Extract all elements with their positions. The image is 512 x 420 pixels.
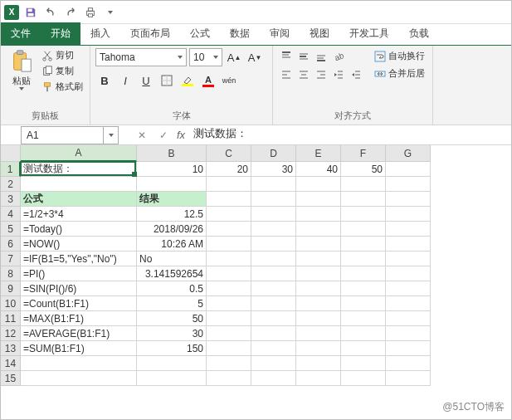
- cell-F6[interactable]: [341, 237, 386, 252]
- cell-C4[interactable]: [207, 207, 251, 222]
- cell-B3[interactable]: 结果: [137, 192, 207, 207]
- cell-G7[interactable]: [386, 252, 431, 266]
- cell-A6[interactable]: =NOW(): [21, 237, 137, 252]
- cell-F8[interactable]: [341, 266, 386, 281]
- cell-D11[interactable]: [251, 311, 296, 326]
- cell-E13[interactable]: [296, 341, 341, 356]
- cell-F14[interactable]: [341, 356, 386, 371]
- name-box[interactable]: A1: [21, 126, 104, 144]
- print-icon[interactable]: [82, 4, 99, 21]
- column-header-E[interactable]: E: [296, 145, 341, 162]
- column-header-D[interactable]: D: [251, 145, 296, 162]
- cell-B13[interactable]: 150: [137, 341, 207, 356]
- name-box-dropdown[interactable]: [104, 126, 119, 144]
- cell-D1[interactable]: 30: [251, 162, 296, 177]
- cell-A11[interactable]: =MAX(B1:F1): [21, 311, 137, 326]
- decrease-indent-button[interactable]: [330, 66, 347, 83]
- cell-E6[interactable]: [296, 237, 341, 252]
- row-header-11[interactable]: 11: [1, 311, 21, 326]
- cell-A9[interactable]: =SIN(PI()/6): [21, 281, 137, 296]
- cell-E1[interactable]: 40: [296, 162, 341, 177]
- cell-A12[interactable]: =AVERAGE(B1:F1): [21, 326, 137, 341]
- qat-more-icon[interactable]: [102, 4, 119, 21]
- cell-A10[interactable]: =Count(B1:F1): [21, 296, 137, 311]
- phonetic-button[interactable]: wén: [220, 71, 238, 90]
- paste-button[interactable]: 粘贴: [6, 48, 37, 90]
- tab-file[interactable]: 文件: [1, 22, 41, 45]
- cell-E4[interactable]: [296, 207, 341, 222]
- row-header-6[interactable]: 6: [1, 237, 21, 252]
- cell-F2[interactable]: [341, 177, 386, 192]
- cell-C7[interactable]: [207, 252, 251, 266]
- cell-C13[interactable]: [207, 341, 251, 356]
- cell-D5[interactable]: [251, 222, 296, 237]
- cell-A4[interactable]: =1/2+3*4: [21, 207, 137, 222]
- cell-G5[interactable]: [386, 222, 431, 237]
- cell-E2[interactable]: [296, 177, 341, 192]
- cell-G12[interactable]: [386, 326, 431, 341]
- cell-B10[interactable]: 5: [137, 296, 207, 311]
- cell-B6[interactable]: 10:26 AM: [137, 237, 207, 252]
- cell-A3[interactable]: 公式: [21, 192, 137, 207]
- cell-B14[interactable]: [137, 356, 207, 371]
- cell-C12[interactable]: [207, 326, 251, 341]
- row-header-2[interactable]: 2: [1, 177, 21, 192]
- row-header-1[interactable]: 1: [1, 162, 21, 177]
- row-header-4[interactable]: 4: [1, 207, 21, 222]
- cell-E9[interactable]: [296, 281, 341, 296]
- bold-button[interactable]: B: [95, 71, 114, 90]
- row-header-9[interactable]: 9: [1, 281, 21, 296]
- cell-D12[interactable]: [251, 326, 296, 341]
- cell-D4[interactable]: [251, 207, 296, 222]
- cell-E15[interactable]: [296, 371, 341, 386]
- format-painter-button[interactable]: 格式刷: [40, 80, 85, 94]
- tab-load[interactable]: 负载: [399, 22, 439, 45]
- column-header-F[interactable]: F: [341, 145, 386, 162]
- row-header-12[interactable]: 12: [1, 326, 21, 341]
- align-middle-button[interactable]: [295, 48, 312, 65]
- cell-D3[interactable]: [251, 192, 296, 207]
- cell-C15[interactable]: [207, 371, 251, 386]
- cell-G14[interactable]: [386, 356, 431, 371]
- tab-view[interactable]: 视图: [300, 22, 339, 45]
- align-left-button[interactable]: [278, 66, 295, 83]
- align-bottom-button[interactable]: [313, 48, 329, 65]
- shrink-font-button[interactable]: A▼: [246, 48, 264, 66]
- cell-B11[interactable]: 50: [137, 311, 207, 326]
- cell-B4[interactable]: 12.5: [137, 207, 207, 222]
- cell-G4[interactable]: [386, 207, 431, 222]
- cell-C2[interactable]: [207, 177, 251, 192]
- row-header-3[interactable]: 3: [1, 192, 21, 207]
- redo-icon[interactable]: [62, 4, 79, 21]
- cell-F4[interactable]: [341, 207, 386, 222]
- row-header-15[interactable]: 15: [1, 371, 21, 386]
- cell-F11[interactable]: [341, 311, 386, 326]
- align-top-button[interactable]: [278, 48, 295, 65]
- cell-G9[interactable]: [386, 281, 431, 296]
- accept-formula-icon[interactable]: ✓: [155, 127, 172, 144]
- cell-G2[interactable]: [386, 177, 431, 192]
- row-header-13[interactable]: 13: [1, 341, 21, 356]
- row-header-14[interactable]: 14: [1, 356, 21, 371]
- cell-B5[interactable]: 2018/09/26: [137, 222, 207, 237]
- font-color-button[interactable]: A: [199, 71, 217, 90]
- cell-G3[interactable]: [386, 192, 431, 207]
- column-header-C[interactable]: C: [207, 145, 251, 162]
- cell-D7[interactable]: [251, 252, 296, 266]
- cell-C11[interactable]: [207, 311, 251, 326]
- column-header-G[interactable]: G: [386, 145, 431, 162]
- cell-F1[interactable]: 50: [341, 162, 386, 177]
- cell-F13[interactable]: [341, 341, 386, 356]
- cell-C10[interactable]: [207, 296, 251, 311]
- tab-review[interactable]: 审阅: [260, 22, 300, 45]
- cell-D9[interactable]: [251, 281, 296, 296]
- tab-layout[interactable]: 页面布局: [120, 22, 180, 45]
- cell-C8[interactable]: [207, 266, 251, 281]
- save-icon[interactable]: [22, 4, 39, 21]
- cell-D2[interactable]: [251, 177, 296, 192]
- row-header-10[interactable]: 10: [1, 296, 21, 311]
- cell-F9[interactable]: [341, 281, 386, 296]
- cell-E7[interactable]: [296, 252, 341, 266]
- cell-B12[interactable]: 30: [137, 326, 207, 341]
- cell-C5[interactable]: [207, 222, 251, 237]
